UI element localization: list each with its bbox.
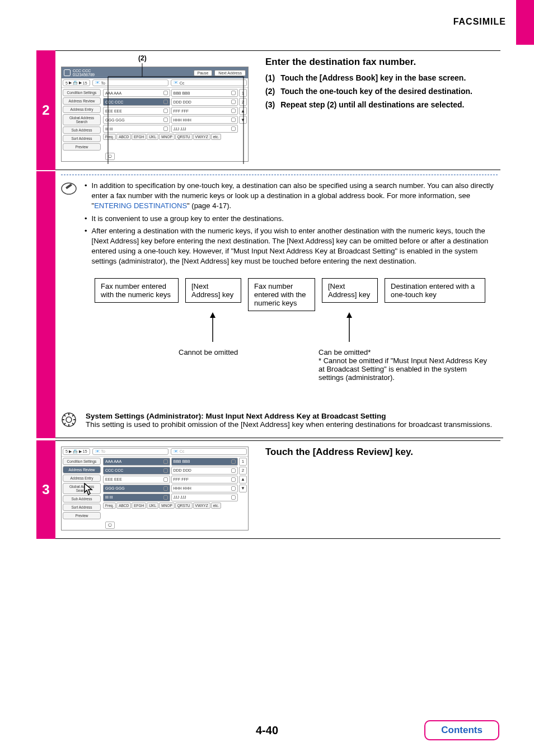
next-address-button[interactable]: Next Address <box>214 70 246 76</box>
contact3-ccc[interactable]: CCC CCC <box>103 467 170 475</box>
sidebar3-sort[interactable]: Sort Address <box>63 504 101 511</box>
page3-1[interactable]: 1 <box>239 458 247 466</box>
contact-ccc[interactable]: CCC CCC <box>103 98 170 106</box>
group-icon <box>163 459 168 464</box>
contact3-fff[interactable]: FFF FFF <box>171 476 238 483</box>
tab3-vwxyz[interactable]: VWXYZ <box>193 503 210 509</box>
sidebar3-preview[interactable]: Preview <box>63 512 101 519</box>
sidebar-sub[interactable]: Sub Address <box>63 126 101 134</box>
sidebar-preview[interactable]: Preview <box>63 143 101 151</box>
sidebar3-entry[interactable]: Address Entry <box>63 475 101 482</box>
contact-aaa[interactable]: AAA AAA <box>103 89 170 97</box>
preview3-btn[interactable]: 🖵 <box>105 522 115 529</box>
sidebar3-condition[interactable]: Condition Settings <box>63 458 101 465</box>
pause-button[interactable]: Pause <box>194 70 213 76</box>
contact3-eee[interactable]: EEE EEE <box>103 476 170 483</box>
sidebar-sort[interactable]: Sort Address <box>63 135 101 142</box>
tab3-freq[interactable]: Freq. <box>103 503 116 509</box>
contact3-iii[interactable]: III III <box>103 494 170 501</box>
contact-jjj[interactable]: JJJ JJJ <box>171 125 238 133</box>
step-number-2-cont <box>36 171 55 438</box>
page-2[interactable]: 2 <box>239 98 247 106</box>
preview-icon-button[interactable]: 🖵 <box>105 153 115 160</box>
tab-efgh[interactable]: EFGH <box>132 134 146 140</box>
flow-box-5: Destination entered with a one-touch key <box>385 278 485 303</box>
svg-marker-9 <box>346 312 352 318</box>
phone-icon <box>163 495 168 500</box>
scr3-sidebar: Condition Settings Address Review Addres… <box>62 457 102 520</box>
flow-box-1: Fax number entered with the numeric keys <box>95 278 179 303</box>
contact3-jjj[interactable]: JJJ JJJ <box>171 494 238 501</box>
tab3-efgh[interactable]: EFGH <box>132 503 146 509</box>
page3-2[interactable]: 2 <box>239 467 247 475</box>
cannot-omit-caption: Cannot be omitted <box>179 348 238 356</box>
tab3-etc[interactable]: etc. <box>211 503 221 509</box>
to-field-3[interactable]: 📧 To <box>92 448 168 455</box>
contact3-hhh[interactable]: HHH HHH <box>171 485 238 492</box>
scroll-down[interactable]: ▼ <box>239 116 247 124</box>
phone-icon <box>231 109 236 113</box>
sidebar3-global[interactable]: Global Address Search <box>63 483 101 494</box>
scr-sidebar: Condition Settings Address Review Addres… <box>62 88 102 152</box>
phone-icon <box>231 118 236 122</box>
contact3-aaa[interactable]: AAA AAA <box>103 458 170 466</box>
tab-vwxyz[interactable]: VWXYZ <box>193 134 210 140</box>
instr-1-txt: Touch the [Address Book] key in the base… <box>280 73 495 82</box>
tab-mnop[interactable]: MNOP <box>159 134 175 140</box>
tab3-ijkl[interactable]: IJKL <box>147 503 158 509</box>
contact-eee[interactable]: EEE EEE <box>103 107 170 115</box>
scr-footer: 🖵 <box>62 152 248 161</box>
count-indicator-3: 5 ▶ 📇 ▶ 15 <box>63 448 90 455</box>
flow-box-4: [Next Address] key <box>322 278 378 303</box>
contact3-bbb[interactable]: BBB BBB <box>171 458 238 466</box>
cc-field-3[interactable]: 📧 Cc <box>171 448 247 455</box>
scroll-up[interactable]: ▲ <box>239 107 247 115</box>
sidebar-condition[interactable]: Condition Settings <box>63 89 101 96</box>
contact3-ddd[interactable]: DDD DDD <box>171 467 238 475</box>
scroll3-up[interactable]: ▲ <box>239 476 247 483</box>
instr-3-txt: Repeat step (2) until all destinations a… <box>280 100 495 109</box>
sidebar3-sub[interactable]: Sub Address <box>63 495 101 503</box>
tab3-mnop[interactable]: MNOP <box>159 503 175 509</box>
contents-button[interactable]: Contents <box>424 720 499 740</box>
contact3-ggg[interactable]: GGG GGG <box>103 485 170 492</box>
instr-3-num: (3) <box>265 100 275 109</box>
tab3-qrstu[interactable]: QRSTU <box>175 503 193 509</box>
section-color-bar <box>516 0 534 45</box>
contact-hhh[interactable]: HHH HHH <box>171 116 238 124</box>
phone-icon <box>231 468 236 473</box>
contact-fff[interactable]: FFF FFF <box>171 107 238 115</box>
flow-box-2: [Next Address] key <box>185 278 241 303</box>
flow-box-3: Fax number entered with the numeric keys <box>248 278 315 311</box>
phone-icon <box>163 477 168 482</box>
note2: It is convenient to use a group key to e… <box>92 214 284 224</box>
contact-ggg[interactable]: GGG GGG <box>103 116 170 124</box>
tab-etc[interactable]: etc. <box>211 134 221 140</box>
tab3-abcd[interactable]: ABCD <box>116 503 131 509</box>
step2-instructions: (1)Touch the [Address Book] key in the b… <box>265 73 495 109</box>
sidebar-entry[interactable]: Address Entry <box>63 106 101 113</box>
to-field[interactable]: 📧 To <box>92 79 168 86</box>
scr-topbar: CCC CCC 0123456789 Pause Next Address <box>62 67 248 78</box>
address-book-screenshot: CCC CCC 0123456789 Pause Next Address 5 … <box>61 67 249 162</box>
scroll3-down[interactable]: ▼ <box>239 485 247 492</box>
contact-bbb[interactable]: BBB BBB <box>171 89 238 97</box>
sidebar3-review[interactable]: Address Review <box>63 466 101 473</box>
sidebar-global[interactable]: Global Address Search <box>63 114 101 125</box>
contact-iii[interactable]: III III <box>103 125 170 133</box>
sidebar-review[interactable]: Address Review <box>63 97 101 105</box>
entering-destinations-link[interactable]: ENTERING DESTINATIONS <box>94 201 187 210</box>
cc-field[interactable]: 📧 Cc <box>171 79 247 86</box>
contact-ddd[interactable]: DDD DDD <box>171 98 238 106</box>
tab-ijkl[interactable]: IJKL <box>147 134 158 140</box>
group-icon <box>231 459 236 464</box>
group-icon <box>163 91 168 95</box>
svg-line-17 <box>72 423 74 425</box>
phone-icon <box>163 126 168 131</box>
svg-line-16 <box>64 415 65 416</box>
tab-freq[interactable]: Freq. <box>103 134 116 140</box>
tab-abcd[interactable]: ABCD <box>116 134 131 140</box>
tab-qrstu[interactable]: QRSTU <box>175 134 193 140</box>
phone-icon <box>231 486 236 491</box>
page-1[interactable]: 1 <box>239 89 247 97</box>
